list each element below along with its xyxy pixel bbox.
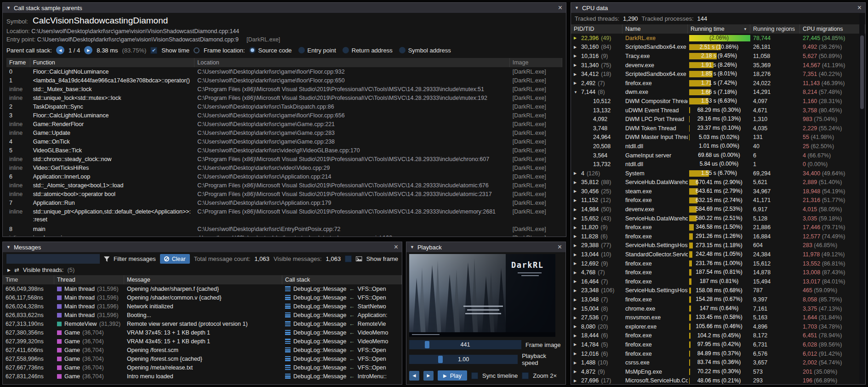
cpu-row[interactable]: ▶22,396(49)DarkRL.exe(2.06%)78,74427,445…: [571, 34, 865, 43]
frame-image-slider[interactable]: 441: [409, 340, 521, 349]
playback-frame-image[interactable]: DarkRL: [409, 254, 555, 337]
cpu-row[interactable]: ▶13,044(10)StandardCollector.Servic242.4…: [571, 250, 865, 259]
cpu-row[interactable]: ▶13,048(7)firefox.exe154.28 ms (0.67%)9,…: [571, 295, 865, 304]
cpu-row[interactable]: 4,092DWM LPC Port Thread29.16 ms (0.13%)…: [571, 115, 865, 124]
cpu-row[interactable]: ▶30,456(25)steam.exe643.61 ms (2.79%)34,…: [571, 187, 865, 196]
column-header-location[interactable]: Location: [194, 58, 509, 67]
close-icon[interactable]: ×: [857, 4, 862, 12]
cpu-row[interactable]: ▶12,692(9)firefox.exe231.76 ms (1.00%)15…: [571, 259, 865, 268]
column-header-frame[interactable]: Frame: [6, 58, 30, 67]
expand-icon[interactable]: ▶: [574, 324, 579, 329]
playback-speed-slider[interactable]: 1.00: [409, 355, 518, 364]
expand-icon[interactable]: ▶: [574, 289, 579, 293]
frame-location-option[interactable]: Symbol address: [399, 47, 451, 54]
callstack-row[interactable]: inlineGame::UpdateC:\Users\wolf\Desktop\…: [6, 128, 562, 137]
cpu-row[interactable]: ▶16,464(7)firefox.exe187 ms (0.81%)15,49…: [571, 277, 865, 286]
callstack-row[interactable]: 3Floor::CalcLightNoLuminanceC:\Users\wol…: [6, 111, 562, 120]
radio-icon[interactable]: [298, 47, 305, 53]
cpu-row[interactable]: 13,732ntdll.dll5.84 us (0.00%)10 (0.00%): [571, 160, 865, 169]
expand-icon[interactable]: ▶: [574, 198, 579, 202]
cpu-row[interactable]: ▶4,768(7)firefox.exe187.54 ms (0.81%)14,…: [571, 268, 865, 277]
message-row[interactable]: 627,313,190nsRemoteView(31,392)Remote vi…: [3, 319, 402, 328]
callstack-list-icon[interactable]: [285, 356, 291, 361]
expand-icon[interactable]: ▶: [574, 370, 579, 374]
cpu-row[interactable]: ▶27,536(7)msvsmon.exe133.45 ms (0.58%)5,…: [571, 313, 865, 322]
zoom-2x-checkbox[interactable]: [522, 372, 529, 379]
callstack-row[interactable]: inlinestd::chrono::steady_clock::nowC:\P…: [6, 155, 562, 163]
expand-icon[interactable]: ▶: [574, 261, 579, 266]
message-row[interactable]: 626,024,328nsMain thread(31,596)Network …: [3, 302, 402, 311]
next-callstack-button[interactable]: ▶: [84, 46, 92, 54]
cpu-row[interactable]: ▶27,696(17)Microsoft.ServiceHub.Co48.06 …: [571, 376, 865, 385]
show-time-checkbox[interactable]: [150, 47, 157, 54]
show-frame-checkbox[interactable]: [345, 255, 352, 262]
cpu-row[interactable]: ▶15,652(43)ServiceHub.DataWarehou580.22 …: [571, 214, 865, 223]
callstack-row[interactable]: 0Floor::CalcLightNoLuminanceC:\Users\wol…: [6, 67, 562, 76]
expand-icon[interactable]: ▶: [574, 225, 579, 230]
collapse-icon[interactable]: ▼: [574, 90, 579, 94]
expand-icon[interactable]: ▶: [574, 63, 579, 67]
collapse-icon[interactable]: ▼: [410, 245, 414, 249]
callstack-row[interactable]: 1<lambda_84a19dc444fae966ca174e83e708bdc…: [6, 76, 562, 85]
cpu-row[interactable]: 3,748DWM Token Thread23.37 ms (0.10%)4,0…: [571, 124, 865, 133]
radio-icon[interactable]: [399, 47, 405, 53]
cpu-row[interactable]: ▶1,488(10)csrss.exe83.74 ms (0.36%)3,657…: [571, 358, 865, 367]
cpu-row[interactable]: ▶34,412(18)ScriptedSandbox64.exe1.85 s (…: [571, 69, 865, 79]
cpu-row[interactable]: 20,508ntdll.dll1.01 ms (0.00%)4025 (62.5…: [571, 142, 865, 151]
callstack-list-icon[interactable]: [285, 374, 291, 379]
callstack-row[interactable]: inlinestd::_Atomic_storage<bool,1>::load…: [6, 181, 562, 190]
scrollbar-thumb[interactable]: [860, 35, 864, 109]
close-icon[interactable]: ×: [558, 243, 562, 251]
expand-icon[interactable]: ▶: [574, 216, 579, 220]
cpu-row[interactable]: ▶35,812(88)ServiceHub.DataWarehou670.41 …: [571, 178, 865, 187]
expand-icon[interactable]: ▶: [574, 36, 579, 40]
cpu-row[interactable]: ▶23,348(106)ServiceHub.SettingsHost158.0…: [571, 286, 865, 295]
cpu-row[interactable]: ▶4,872(9)MsMpEng.exe70.22 ms (0.30%)5732…: [571, 367, 865, 376]
expand-icon[interactable]: ▶: [574, 45, 579, 49]
cpu-row[interactable]: ▶14,984(50)devenv.exe584.69 ms (2.53%)6,…: [571, 205, 865, 214]
cpu-row[interactable]: ▶31,340(75)devenv.exe1.91 s (8.26%)35,36…: [571, 61, 865, 70]
expand-icon[interactable]: ▶: [574, 189, 579, 193]
message-row[interactable]: 627,558,996nsGame(36,704)Opening /forest…: [3, 354, 402, 363]
message-row[interactable]: 626,833,622nsMain thread(31,596)Booting.…: [3, 311, 402, 319]
window-titlebar[interactable]: ▼ Call stack sample parents ×: [3, 3, 566, 13]
cpu-row[interactable]: 3,564GameInput server69.68 us (0.00%)64 …: [571, 151, 865, 160]
expand-icon[interactable]: ▶: [574, 81, 579, 85]
callstack-row[interactable]: 6Application::InnerLoopC:\Users\wolf\Des…: [6, 172, 562, 181]
frame-location-option[interactable]: Return address: [343, 47, 393, 54]
callstack-row[interactable]: 2TaskDispatch::SyncC:\Users\wolf\Desktop…: [6, 102, 562, 111]
expand-icon[interactable]: ▶: [574, 342, 579, 347]
expand-icon[interactable]: ▶: [574, 379, 579, 383]
expand-icon[interactable]: ▶: [574, 352, 579, 356]
window-titlebar[interactable]: ▼ CPU data ×: [571, 3, 865, 13]
callstack-row[interactable]: inlineinvoke_maind:\agent\_work\63\s\src…: [6, 233, 562, 237]
cpu-row[interactable]: ▶15,004(8)chrome.exe147 ms (0.64%)7,1613…: [571, 304, 865, 313]
cpu-row[interactable]: ▶8,080(20)explorer.exe105.66 ms (0.46%)4…: [571, 322, 865, 331]
cpu-row[interactable]: 24,964DWM Master Input Thread5.03 ms (0.…: [571, 133, 865, 142]
callstack-row[interactable]: inlinestd::unique_ptr<Application,std::d…: [6, 207, 562, 225]
cpu-row[interactable]: ▶14,784(5)firefox.exe97.95 ms (0.42%)6,7…: [571, 340, 865, 349]
cpu-row[interactable]: ▶2,492(7)firefox.exe1.71 s (7.42%)24,022…: [571, 79, 865, 88]
callstack-row[interactable]: 7Application::RunC:\Users\wolf\Desktop\d…: [6, 198, 562, 207]
callstack-list-icon[interactable]: [285, 304, 291, 309]
filter-input[interactable]: [6, 254, 100, 264]
collapse-icon[interactable]: ▼: [575, 6, 579, 10]
next-frame-button[interactable]: ▶: [423, 371, 434, 381]
callstack-row[interactable]: inlineVideo::GetTicksHiResC:\Users\wolf\…: [6, 163, 562, 172]
cpu-row[interactable]: ▶4(126)System1.55 s (6.70%)69,29434,400 …: [571, 169, 865, 178]
vertical-scrollbar[interactable]: [859, 13, 865, 384]
cpu-row[interactable]: ▶18,444(6)firefox.exe104.2 ms (0.45%)8,1…: [571, 331, 865, 341]
message-row[interactable]: 627,831,246nsGame(36,704)Intro menu load…: [3, 372, 402, 381]
prev-callstack-button[interactable]: ◀: [56, 46, 64, 54]
close-icon[interactable]: ×: [558, 4, 562, 12]
expand-icon[interactable]: ▶: [574, 243, 579, 248]
column-header-pid-tid[interactable]: PID/TID: [571, 24, 622, 34]
cpu-row[interactable]: ▶11,828(6)firefox.exe291.26 ms (1.26%)16…: [571, 232, 865, 241]
message-row[interactable]: 627,411,606nsGame(36,704)Opening /forest…: [3, 346, 402, 354]
cpu-row[interactable]: ▶11,152(12)firefox.exe632.15 ms (2.74%)4…: [571, 196, 865, 205]
expand-icon[interactable]: ▶: [574, 316, 579, 320]
callstack-list-icon[interactable]: [285, 365, 291, 370]
callstack-row[interactable]: inlineGame::RenderFloorC:\Users\wolf\Des…: [6, 120, 562, 128]
clear-button[interactable]: Clear: [160, 254, 190, 264]
column-header-name[interactable]: Name: [622, 24, 688, 34]
